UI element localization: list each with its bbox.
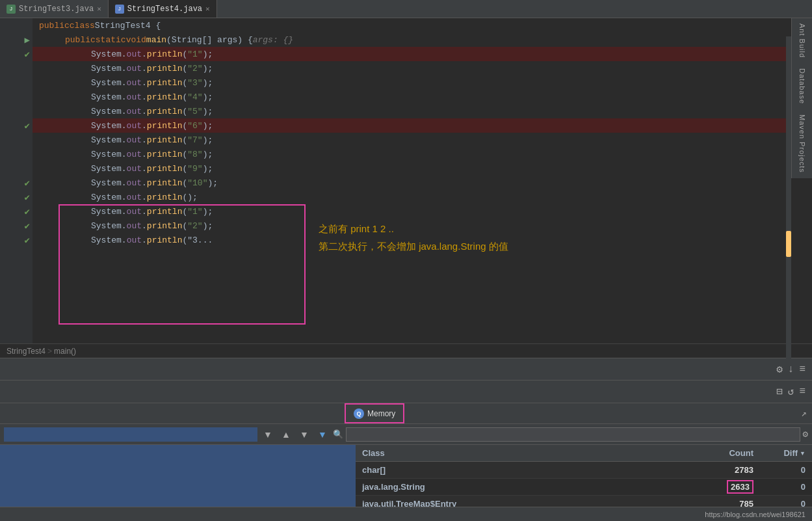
system-2: System. [91, 64, 127, 73]
java-icon-2: J [115, 5, 124, 14]
gutter-row-11 [0, 161, 33, 176]
settings-icon[interactable]: ⚙ [776, 363, 783, 376]
right-sidebar: Ant Build Database Maven Projects [791, 18, 812, 178]
gear-icon[interactable]: ⚙ [803, 429, 808, 440]
str-8: "8" [187, 150, 202, 159]
annotation-text: 之前有 print 1 2 .. 第二次执行，不会增加 java.lang.St… [319, 220, 508, 255]
gutter-row-6 [0, 90, 33, 104]
gutter-row-1 [0, 18, 33, 33]
str-2: "2" [187, 64, 202, 73]
gutter-row-2[interactable]: ▶ [0, 33, 33, 47]
system-3: System. [91, 78, 127, 88]
gutter-row-17 [0, 247, 33, 261]
annotation-line1: 之前有 print 1 2 .. [319, 220, 508, 237]
memory-section: Q Memory ↗ ▼ ▲ ▼ ▼ 🔍 ⚙ Class Count [0, 403, 812, 521]
paren-9: ( [182, 164, 187, 174]
download-icon[interactable]: ↓ [788, 364, 794, 375]
tab-close-1[interactable]: ✕ [97, 5, 101, 13]
editor-gutter: ▶ ✔ ✔ ✔ ✔ ✔ ✔ ✔ [0, 18, 33, 343]
dot-9: . [142, 164, 147, 174]
sidebar-ant-build[interactable]: Ant Build [798, 18, 806, 63]
str-6: "6" [187, 121, 202, 131]
system-10: System. [91, 178, 127, 188]
paren-3: ( [182, 78, 187, 88]
check-icon-7: ✔ [25, 235, 30, 246]
println-1: println [147, 49, 183, 59]
header-count[interactable]: Count [695, 448, 760, 458]
memory-tab[interactable]: Q Memory [345, 403, 404, 423]
out-14: out [127, 235, 142, 245]
println-2: println [147, 64, 183, 73]
out-10: out [127, 178, 142, 188]
system-5: System. [91, 107, 127, 116]
header-diff[interactable]: Diff ▼ [760, 448, 812, 458]
tab-close-2[interactable]: ✕ [205, 5, 210, 13]
out-6: out [127, 121, 142, 131]
dropdown-btn[interactable]: ▼ [260, 427, 276, 442]
println-9: println [147, 164, 183, 174]
editor-area: ▶ ✔ ✔ ✔ ✔ ✔ ✔ ✔ public [0, 18, 812, 343]
pin-icon[interactable]: ↗ [802, 408, 807, 419]
dot-10: . [142, 178, 147, 188]
down-btn[interactable]: ▼ [296, 427, 312, 442]
memory-tab-label: Memory [367, 409, 395, 418]
toolbar-strip: ⚙ ↓ ≡ [0, 358, 812, 381]
end-2: ); [203, 64, 213, 73]
out-3: out [127, 78, 142, 88]
out-8: out [127, 150, 142, 159]
breadcrumb-method: main() [54, 347, 76, 356]
header-class[interactable]: Class [356, 448, 695, 458]
up-btn[interactable]: ▲ [278, 427, 294, 442]
editor-scrollbar[interactable] [786, 36, 791, 360]
memory-row-2: java.lang.String 2633 0 [356, 479, 812, 496]
java-icon-1: J [7, 5, 16, 14]
dot-4: . [142, 92, 147, 102]
code-editor[interactable]: public class StringTest4 { public static… [33, 18, 812, 343]
println-7: println [147, 135, 183, 145]
filter-btn[interactable]: ▼ [315, 427, 330, 442]
system-13: System. [91, 221, 127, 231]
paren-11: (); [182, 193, 197, 202]
check-icon-1: ✔ [25, 49, 30, 60]
code-line-13: System. out . println (); [33, 190, 812, 204]
menu-icon-1[interactable]: ≡ [799, 364, 805, 375]
hierarchy-icon[interactable]: ⊟ [776, 385, 783, 398]
dot-5: . [142, 107, 147, 116]
tab-stringtest3[interactable]: J StringTest3.java ✕ [0, 0, 109, 18]
run-icon[interactable]: ▶ [25, 34, 30, 46]
dot-2: . [142, 64, 147, 73]
breadcrumb-sep: > [47, 347, 52, 356]
keyword-static: static [96, 35, 126, 45]
out-13: out [127, 221, 142, 231]
println-14: println [147, 235, 183, 245]
dot-6: . [142, 121, 147, 131]
sidebar-database[interactable]: Database [798, 63, 806, 109]
println-3: println [147, 78, 183, 88]
keyword-void: void [126, 35, 146, 45]
args-hint: args: {} [253, 35, 293, 45]
system-6: System. [91, 121, 127, 131]
scrollbar-thumb[interactable] [786, 231, 791, 257]
refresh-icon[interactable]: ↺ [788, 385, 794, 398]
tab-stringtest4[interactable]: J StringTest4.java ✕ [109, 0, 217, 18]
println-6: println [147, 121, 183, 131]
dot-11: . [142, 193, 147, 202]
check-icon-4: ✔ [25, 192, 30, 203]
str-10: "10" [187, 178, 207, 188]
keyword-class: class [70, 21, 95, 31]
str-13: "2" [187, 221, 202, 231]
memory-tab-bar: Q Memory ↗ [0, 403, 812, 424]
sidebar-maven[interactable]: Maven Projects [798, 109, 806, 178]
memory-row-1: char[] 2783 0 [356, 462, 812, 479]
gutter-row-14: ✔ [0, 204, 33, 219]
code-line-5: System. out . println ( "3" ); [33, 75, 812, 90]
memory-search-input[interactable] [346, 427, 800, 442]
class-name-2: java.lang.String [356, 482, 695, 492]
menu-icon-2[interactable]: ≡ [799, 386, 805, 397]
system-11: System. [91, 193, 127, 202]
system-8: System. [91, 150, 127, 159]
diff-2: 0 [760, 482, 812, 492]
println-10: println [147, 178, 183, 188]
paren-10: ( [182, 178, 187, 188]
dot-13: . [142, 221, 147, 231]
